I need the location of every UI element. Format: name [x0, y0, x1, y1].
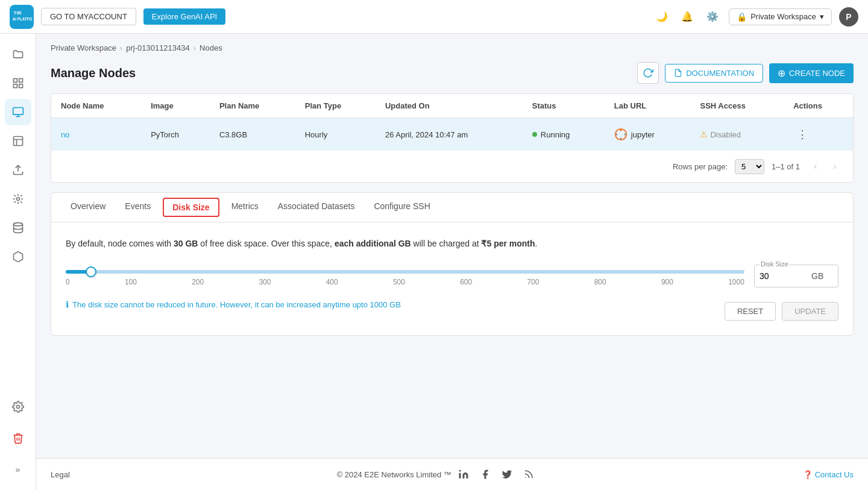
pagination-prev-button[interactable]: ‹ [807, 158, 824, 175]
disk-size-input[interactable] [757, 268, 811, 284]
actions-menu-button[interactable]: ⋮ [793, 127, 811, 142]
pagination-next-button[interactable]: › [826, 158, 843, 175]
sidebar-item-upload[interactable] [5, 157, 31, 183]
col-image: Image [141, 94, 210, 118]
svg-point-19 [525, 477, 526, 479]
sidebar-expand-button[interactable]: » [5, 456, 31, 483]
cell-node-name: no [51, 118, 141, 151]
disk-size-label: Disk Size [760, 260, 790, 268]
footer-legal[interactable]: Legal [51, 470, 70, 479]
svg-point-14 [620, 129, 622, 131]
create-node-button[interactable]: ⊕ CREATE NODE [769, 63, 854, 83]
footer-copyright: © 2024 E2E Networks Limited ™ [337, 470, 451, 479]
documentation-label: DOCUMENTATION [686, 69, 754, 78]
header-left: TIR AI PLATFORM GO TO MYACCOUNT Explore … [10, 5, 225, 29]
documentation-button[interactable]: DOCUMENTATION [665, 64, 763, 83]
table-header: Node Name Image Plan Name Plan Type Upda… [51, 94, 853, 118]
status-dot [532, 132, 537, 137]
svg-point-18 [459, 470, 461, 472]
disk-bottom-row: ℹ The disk size cannot be reduced in fut… [66, 292, 838, 321]
sidebar-item-cube[interactable] [5, 243, 31, 270]
sidebar-item-trash[interactable] [5, 425, 31, 451]
svg-point-12 [16, 406, 19, 409]
tab-events[interactable]: Events [115, 193, 160, 222]
breadcrumb-sep-2: › [193, 43, 196, 52]
explore-genai-button[interactable]: Explore GenAI API [143, 8, 225, 25]
col-status: Status [523, 94, 605, 118]
jupyter-label: jupyter [631, 130, 655, 139]
logo: TIR AI PLATFORM [10, 5, 34, 29]
tab-metrics[interactable]: Metrics [222, 193, 268, 222]
cell-ssh-access: ⚠ Disabled [690, 118, 784, 151]
cell-lab-url: jupyter [605, 118, 691, 151]
settings-icon[interactable]: ⚙️ [703, 8, 722, 26]
tab-configure-ssh[interactable]: Configure SSH [364, 193, 439, 222]
svg-point-15 [620, 138, 622, 140]
cell-updated-on: 26 April, 2024 10:47 am [376, 118, 523, 151]
footer-center: © 2024 E2E Networks Limited ™ [337, 467, 536, 482]
svg-point-16 [615, 133, 618, 136]
cell-image: PyTorch [141, 118, 210, 151]
reset-button[interactable]: RESET [725, 302, 776, 321]
sidebar-item-table[interactable] [5, 128, 31, 154]
col-updated-on: Updated On [376, 94, 523, 118]
node-name-link[interactable]: no [61, 130, 69, 139]
facebook-icon[interactable] [478, 467, 492, 482]
moon-icon[interactable]: 🌙 [653, 8, 671, 26]
svg-rect-6 [19, 84, 22, 88]
linkedin-icon[interactable] [456, 467, 471, 482]
sidebar-item-datasets[interactable] [5, 215, 31, 241]
logo-icon: TIR AI PLATFORM [10, 5, 34, 29]
ssh-access-badge: ⚠ Disabled [700, 130, 774, 139]
sidebar-bottom: » [5, 394, 31, 483]
chevron-down-icon: ▾ [820, 12, 824, 21]
ssh-access-label: Disabled [710, 130, 741, 139]
breadcrumb: Private Workspace › prj-013011213434 › N… [51, 43, 854, 52]
status-badge: Running [532, 130, 595, 139]
sidebar-item-nodes[interactable] [5, 99, 31, 125]
sidebar-item-network[interactable] [5, 186, 31, 212]
avatar[interactable]: P [839, 7, 858, 27]
tab-overview[interactable]: Overview [61, 193, 115, 222]
sidebar-item-grid[interactable] [5, 70, 31, 96]
tabs-container: Overview Events Disk Size Metrics Associ… [51, 192, 854, 336]
status-label: Running [541, 130, 570, 139]
table-row[interactable]: no PyTorch C3.8GB Hourly 26 April, 2024 … [51, 118, 853, 151]
main-content: Private Workspace › prj-013011213434 › N… [36, 34, 868, 458]
breadcrumb-sep-1: › [120, 43, 122, 52]
jupyter-button[interactable]: jupyter [614, 128, 681, 141]
rows-per-page-select[interactable]: 5 10 25 [735, 159, 764, 174]
update-button[interactable]: UPDATE [782, 302, 838, 321]
workspace-label: Private Workspace [750, 12, 816, 21]
breadcrumb-private-workspace[interactable]: Private Workspace [51, 43, 116, 52]
breadcrumb-project[interactable]: prj-013011213434 [126, 43, 190, 52]
workspace-icon: 🔒 [737, 12, 747, 22]
sidebar-item-folder[interactable] [5, 41, 31, 68]
svg-rect-4 [19, 79, 22, 83]
rss-icon[interactable] [521, 467, 536, 482]
warning-text: ℹ The disk size cannot be reduced in fut… [66, 300, 401, 309]
bell-icon[interactable]: 🔔 [678, 8, 696, 26]
sidebar-item-settings[interactable] [5, 394, 31, 420]
footer-social [456, 467, 536, 482]
disk-size-slider[interactable] [66, 270, 744, 274]
table-body: no PyTorch C3.8GB Hourly 26 April, 2024 … [51, 118, 853, 151]
tabs-header: Overview Events Disk Size Metrics Associ… [51, 193, 853, 222]
contact-us-link[interactable]: ❓ Contact Us [803, 470, 854, 479]
disk-size-unit: GB [811, 271, 828, 281]
tab-associated-datasets[interactable]: Associated Datasets [268, 193, 365, 222]
svg-point-10 [16, 198, 19, 201]
svg-rect-3 [13, 79, 17, 83]
tab-disk-size[interactable]: Disk Size [163, 198, 219, 217]
cell-plan-type: Hourly [295, 118, 376, 151]
go-to-myaccount-button[interactable]: GO TO MYACCOUNT [41, 8, 136, 25]
svg-text:AI PLATFORM: AI PLATFORM [13, 17, 33, 21]
slider-wrapper: 0 100 200 300 400 500 600 700 800 900 10… [66, 265, 838, 287]
page-title-bar: Manage Nodes DOCUMENTATION ⊕ CREATE NODE [51, 62, 854, 84]
refresh-button[interactable] [637, 62, 659, 84]
slider-container: 0 100 200 300 400 500 600 700 800 900 10… [66, 266, 744, 286]
twitter-icon[interactable] [500, 467, 514, 482]
warning-message: The disk size cannot be reduced in futur… [72, 300, 401, 309]
svg-rect-7 [13, 108, 23, 115]
workspace-button[interactable]: 🔒 Private Workspace ▾ [729, 8, 832, 25]
